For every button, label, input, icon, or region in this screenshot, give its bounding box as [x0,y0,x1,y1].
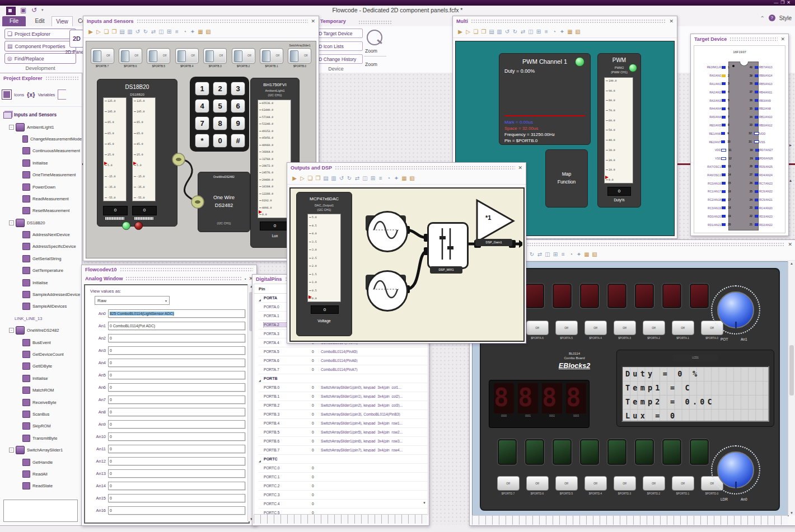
chip-pin-row[interactable]: RA7/OSC1 13 28 RD5/AN25 [695,163,785,171]
analog-value-field[interactable]: 0 [108,469,245,478]
tree-item[interactable]: Inputs and Sensors [0,109,82,121]
dsp-gain-component[interactable]: *1 DSP_Gain1 [475,199,516,243]
tree-item[interactable]: ContinuousMeasurement [0,145,82,157]
panel-toolbar-icon[interactable]: ❐ [480,28,488,36]
ribbon-collapse-icon[interactable]: ⌃ [760,15,764,21]
panel-toolbar-icon[interactable]: ◫ [544,251,551,258]
panel-toolbar-icon[interactable]: ↺ [503,28,511,36]
variables-tab-label[interactable]: Variables [38,92,55,97]
tree-item[interactable]: MatchROM [0,384,82,396]
zoom-in-label[interactable]: Zoom [365,48,377,54]
panel-toolbar-icon[interactable]: ▤ [322,175,330,182]
tree-item[interactable]: ReadAll [0,468,82,480]
digital-pin-row[interactable]: PORTB.3 0 SwitchArraySlider1(pin3), Comb… [259,410,428,419]
tree-item[interactable]: GetDeviceCount [0,349,82,360]
tree-item[interactable]: SampleAllDevices [0,300,82,312]
panel-toolbar-icon[interactable]: ▶ [456,28,464,36]
tree-item[interactable]: SwitchArraySlider1 [0,444,82,456]
chip-pin-row[interactable]: VDD 11 30 RD7/AN27 [695,146,785,154]
board-switch-button[interactable]: Off [584,476,607,491]
analog-value-field[interactable]: 0 [108,494,245,502]
panel-toolbar-icon[interactable]: ▧ [591,251,598,258]
chip-pin-row[interactable]: RA1/AN1 3 38 RB5/AN13 [695,80,785,88]
panel-toolbar-icon[interactable]: ↻ [528,251,536,258]
tree-item[interactable]: Initialise [0,373,82,384]
panel-toolbar-icon[interactable]: ⊞ [551,251,559,258]
view-values-dropdown[interactable]: Raw ▾ [95,296,170,305]
tree-item[interactable]: OneWireDS2482 [0,324,82,336]
tab-file[interactable]: File [2,16,26,26]
chip-pin-row[interactable]: RA4/AN4 6 35 RB2/AN8 [695,105,785,113]
digital-pin-row[interactable]: PORTA.7 0 ComboBL0114(PinA7) [259,365,428,374]
tree-item[interactable]: Initialise [0,157,82,169]
analog-value-field[interactable]: 0 [108,346,245,355]
panel-toolbar-icon[interactable]: ▦ [400,175,408,182]
tree-item[interactable]: ReadState [0,480,82,492]
analog-value-field[interactable]: 0 ComboBL0114(Pot ADC) [108,322,245,330]
panel-toolbar-icon[interactable]: ≡ [377,175,385,182]
panel-toolbar-icon[interactable]: ▧ [204,28,212,36]
horizontal-scrollbar[interactable] [472,515,788,525]
close-icon[interactable]: ✕ [518,165,522,171]
board-switch-button[interactable]: Off [614,476,636,491]
panel-toolbar-icon[interactable]: ❐ [110,28,118,36]
digital-pin-row[interactable]: PORTC [259,455,428,464]
analog-value-field[interactable]: 0 [108,396,245,404]
panel-toolbar-icon[interactable]: ▦ [583,251,591,258]
chip-pin-row[interactable]: RA3/AN3 5 36 RB3/AN9 [695,96,785,105]
tree-item[interactable]: SampleAddressedDevice [0,289,82,300]
board-switch-button[interactable]: Off [672,321,694,335]
tree-item[interactable]: AddressNextDevice [0,229,82,241]
panel-toolbar-icon[interactable]: ◔ [567,251,575,258]
digital-pin-row[interactable]: PORTC.0 0 [259,464,428,473]
tree-item[interactable]: AmbientLight1 [0,121,82,133]
chip-pin-row[interactable]: RC3/AN19 18 23 RC4/AN20 [695,204,785,213]
analog-value-field[interactable]: 0 [108,445,245,453]
analog-value-field[interactable]: 0 [108,359,245,367]
icons-tab-label[interactable]: Icons [14,92,24,97]
board-switch-button[interactable]: Off [526,476,549,491]
panel-toolbar-icon[interactable]: ≡ [173,28,181,36]
panel-toolbar-icon[interactable]: ◫ [157,28,165,36]
close-icon[interactable]: ✕ [669,18,674,24]
analog-value-field[interactable]: 825 ComboBL0114(LightSensor ADC) [108,309,245,318]
panel-toolbar-icon[interactable]: ⇄ [149,28,157,36]
digital-pin-row[interactable]: PORTC.4 0 [259,500,428,509]
2d-panels-button[interactable]: 2D [69,30,84,48]
window-controls[interactable]: —❐✕ [774,0,793,6]
variables-icon[interactable]: {x} [27,91,35,98]
board-switch-button[interactable]: Off [643,321,665,335]
panel-toolbar-icon[interactable]: ⇄ [353,175,361,182]
chip-pin-row[interactable]: VSS 12 29 RD6/AN26 [695,154,785,163]
panel-toolbar-icon[interactable]: ⇄ [519,28,527,36]
digital-pin-row[interactable]: PORTB.0 0 SwitchArraySlider1(pin0), keyp… [259,383,428,392]
chip-pin-row[interactable]: RA5/AN4 7 34 RB1/AN10 [695,113,785,121]
functions-icon[interactable] [58,90,66,100]
chip-pin-row[interactable]: RA6/OSC2 14 27 RD4/AN24 [695,171,785,179]
digital-pin-row[interactable]: PORTB [259,374,428,383]
pin-icon[interactable]: ▪ [245,277,246,281]
panel-toolbar-icon[interactable]: ▦ [197,28,204,36]
tree-item[interactable]: ReadMeasurement [0,193,82,205]
digital-pin-row[interactable]: PORTB.5 0 SwitchArraySlider1(pin5), keyp… [259,428,428,437]
digital-pin-row[interactable]: PORTC.1 0 [259,473,428,482]
panel-toolbar-icon[interactable]: ◔ [550,28,558,36]
tree-item[interactable]: OneTimeMeasurement [0,169,82,181]
digital-pin-row[interactable]: PORTC.2 0 [259,482,428,491]
pwm-channel1-component[interactable]: PWM Channel 1 Duty = 0.00% Mark = 0.00us… [499,53,591,145]
panel-toolbar-icon[interactable]: ▥ [126,28,134,36]
close-icon[interactable]: ✕ [311,18,315,24]
digital-pin-row[interactable]: PORTA.5 0 ComboBL0114(PinA5) [259,347,428,356]
panel-toolbar-icon[interactable]: ▤ [118,28,126,36]
chip-pin-row[interactable]: RD1/AN21 20 21 RD2/AN22 [695,220,785,229]
panel-toolbar-icon[interactable]: ✦ [392,175,400,182]
analog-value-field[interactable]: 0 [108,482,245,490]
analog-value-field[interactable]: 0 [108,432,245,441]
board-switch-button[interactable]: Off [526,321,549,335]
panel-toolbar-icon[interactable]: ◫ [527,28,535,36]
panel-toolbar-icon[interactable]: ▥ [495,28,503,36]
panel-toolbar-icon[interactable]: ❐ [314,175,322,182]
tree-item[interactable]: GetHandle [0,456,82,468]
panel-toolbar-icon[interactable]: ▤ [488,28,495,36]
panel-toolbar-icon[interactable]: ≡ [559,251,567,258]
